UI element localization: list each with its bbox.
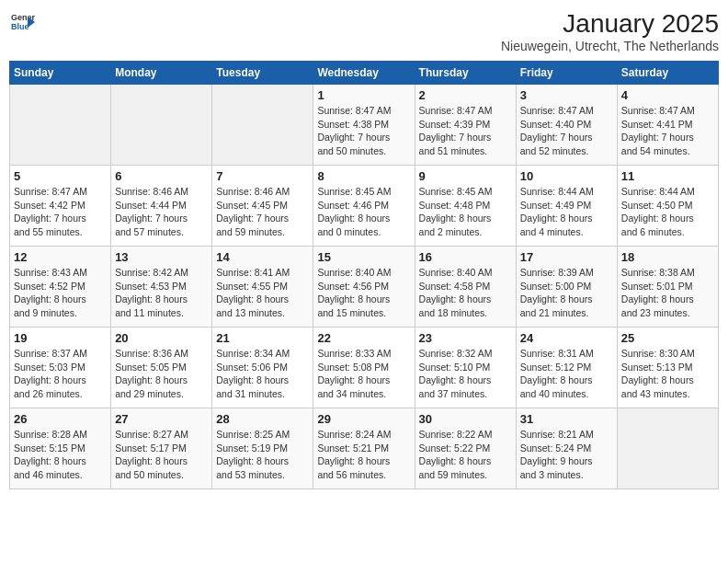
calendar-cell: 4Sunrise: 8:47 AM Sunset: 4:41 PM Daylig… (617, 85, 718, 166)
day-info: Sunrise: 8:28 AM Sunset: 5:15 PM Dayligh… (14, 428, 107, 482)
calendar-cell: 13Sunrise: 8:42 AM Sunset: 4:53 PM Dayli… (111, 247, 212, 327)
calendar-cell: 24Sunrise: 8:31 AM Sunset: 5:12 PM Dayli… (516, 327, 617, 408)
calendar-cell: 20Sunrise: 8:36 AM Sunset: 5:05 PM Dayli… (111, 327, 212, 408)
weekday-header: Wednesday (313, 62, 415, 85)
calendar-week-row: 1Sunrise: 8:47 AM Sunset: 4:38 PM Daylig… (10, 85, 719, 166)
weekday-header: Saturday (617, 62, 718, 85)
day-info: Sunrise: 8:36 AM Sunset: 5:05 PM Dayligh… (115, 347, 208, 401)
calendar-week-row: 19Sunrise: 8:37 AM Sunset: 5:03 PM Dayli… (10, 327, 719, 408)
day-number: 29 (317, 412, 410, 426)
day-number: 10 (520, 169, 613, 183)
day-info: Sunrise: 8:24 AM Sunset: 5:21 PM Dayligh… (317, 428, 410, 482)
calendar-cell: 29Sunrise: 8:24 AM Sunset: 5:21 PM Dayli… (313, 408, 415, 489)
day-number: 28 (216, 412, 309, 426)
day-info: Sunrise: 8:40 AM Sunset: 4:56 PM Dayligh… (317, 266, 410, 320)
calendar-cell: 16Sunrise: 8:40 AM Sunset: 4:58 PM Dayli… (415, 247, 516, 327)
calendar-cell: 9Sunrise: 8:45 AM Sunset: 4:48 PM Daylig… (415, 166, 516, 247)
title-block: January 2025 Nieuwegein, Utrecht, The Ne… (501, 9, 719, 53)
calendar-cell: 1Sunrise: 8:47 AM Sunset: 4:38 PM Daylig… (313, 85, 415, 166)
day-number: 11 (621, 169, 714, 183)
day-number: 23 (419, 331, 512, 345)
calendar-cell: 19Sunrise: 8:37 AM Sunset: 5:03 PM Dayli… (10, 327, 111, 408)
day-info: Sunrise: 8:47 AM Sunset: 4:40 PM Dayligh… (520, 104, 613, 158)
day-info: Sunrise: 8:32 AM Sunset: 5:10 PM Dayligh… (419, 347, 512, 401)
day-number: 1 (317, 88, 410, 102)
calendar-cell: 22Sunrise: 8:33 AM Sunset: 5:08 PM Dayli… (313, 327, 415, 408)
day-number: 12 (14, 250, 107, 264)
calendar-cell: 6Sunrise: 8:46 AM Sunset: 4:44 PM Daylig… (111, 166, 212, 247)
day-number: 26 (14, 412, 107, 426)
weekday-header: Tuesday (212, 62, 313, 85)
day-info: Sunrise: 8:42 AM Sunset: 4:53 PM Dayligh… (115, 266, 208, 320)
day-info: Sunrise: 8:30 AM Sunset: 5:13 PM Dayligh… (621, 347, 714, 401)
calendar-cell (111, 85, 212, 166)
day-number: 6 (115, 169, 208, 183)
day-info: Sunrise: 8:27 AM Sunset: 5:17 PM Dayligh… (115, 428, 208, 482)
calendar-cell: 12Sunrise: 8:43 AM Sunset: 4:52 PM Dayli… (10, 247, 111, 327)
day-number: 19 (14, 331, 107, 345)
day-number: 24 (520, 331, 613, 345)
svg-text:Blue: Blue (11, 22, 29, 31)
day-info: Sunrise: 8:45 AM Sunset: 4:48 PM Dayligh… (419, 185, 512, 239)
day-info: Sunrise: 8:44 AM Sunset: 4:50 PM Dayligh… (621, 185, 714, 239)
calendar-cell: 2Sunrise: 8:47 AM Sunset: 4:39 PM Daylig… (415, 85, 516, 166)
calendar-cell (617, 408, 718, 489)
day-number: 9 (419, 169, 512, 183)
calendar-cell: 14Sunrise: 8:41 AM Sunset: 4:55 PM Dayli… (212, 247, 313, 327)
day-number: 8 (317, 169, 410, 183)
day-number: 30 (419, 412, 512, 426)
day-number: 27 (115, 412, 208, 426)
page-header: General Blue January 2025 Nieuwegein, Ut… (9, 9, 719, 53)
calendar-cell: 15Sunrise: 8:40 AM Sunset: 4:56 PM Dayli… (313, 247, 415, 327)
calendar-cell: 8Sunrise: 8:45 AM Sunset: 4:46 PM Daylig… (313, 166, 415, 247)
calendar-table: SundayMondayTuesdayWednesdayThursdayFrid… (9, 61, 719, 489)
day-info: Sunrise: 8:21 AM Sunset: 5:24 PM Dayligh… (520, 428, 613, 482)
day-number: 7 (216, 169, 309, 183)
day-info: Sunrise: 8:39 AM Sunset: 5:00 PM Dayligh… (520, 266, 613, 320)
day-info: Sunrise: 8:47 AM Sunset: 4:42 PM Dayligh… (14, 185, 107, 239)
day-info: Sunrise: 8:40 AM Sunset: 4:58 PM Dayligh… (419, 266, 512, 320)
calendar-cell: 30Sunrise: 8:22 AM Sunset: 5:22 PM Dayli… (415, 408, 516, 489)
day-number: 17 (520, 250, 613, 264)
calendar-cell (10, 85, 111, 166)
day-number: 21 (216, 331, 309, 345)
day-info: Sunrise: 8:47 AM Sunset: 4:41 PM Dayligh… (621, 104, 714, 158)
calendar-cell: 17Sunrise: 8:39 AM Sunset: 5:00 PM Dayli… (516, 247, 617, 327)
day-info: Sunrise: 8:44 AM Sunset: 4:49 PM Dayligh… (520, 185, 613, 239)
calendar-cell: 26Sunrise: 8:28 AM Sunset: 5:15 PM Dayli… (10, 408, 111, 489)
day-number: 2 (419, 88, 512, 102)
weekday-header: Monday (111, 62, 212, 85)
day-info: Sunrise: 8:22 AM Sunset: 5:22 PM Dayligh… (419, 428, 512, 482)
calendar-cell: 21Sunrise: 8:34 AM Sunset: 5:06 PM Dayli… (212, 327, 313, 408)
day-number: 4 (621, 88, 714, 102)
logo-icon: General Blue (9, 9, 35, 35)
weekday-header: Thursday (415, 62, 516, 85)
day-number: 3 (520, 88, 613, 102)
day-number: 14 (216, 250, 309, 264)
day-info: Sunrise: 8:41 AM Sunset: 4:55 PM Dayligh… (216, 266, 309, 320)
day-info: Sunrise: 8:31 AM Sunset: 5:12 PM Dayligh… (520, 347, 613, 401)
day-info: Sunrise: 8:25 AM Sunset: 5:19 PM Dayligh… (216, 428, 309, 482)
day-number: 31 (520, 412, 613, 426)
day-info: Sunrise: 8:46 AM Sunset: 4:45 PM Dayligh… (216, 185, 309, 239)
page-subtitle: Nieuwegein, Utrecht, The Netherlands (501, 39, 719, 53)
day-info: Sunrise: 8:47 AM Sunset: 4:39 PM Dayligh… (419, 104, 512, 158)
day-number: 5 (14, 169, 107, 183)
logo: General Blue (9, 9, 37, 35)
day-number: 13 (115, 250, 208, 264)
calendar-cell: 3Sunrise: 8:47 AM Sunset: 4:40 PM Daylig… (516, 85, 617, 166)
calendar-cell: 5Sunrise: 8:47 AM Sunset: 4:42 PM Daylig… (10, 166, 111, 247)
day-info: Sunrise: 8:38 AM Sunset: 5:01 PM Dayligh… (621, 266, 714, 320)
weekday-header-row: SundayMondayTuesdayWednesdayThursdayFrid… (10, 62, 719, 85)
day-info: Sunrise: 8:46 AM Sunset: 4:44 PM Dayligh… (115, 185, 208, 239)
page-title: January 2025 (501, 9, 719, 39)
day-info: Sunrise: 8:33 AM Sunset: 5:08 PM Dayligh… (317, 347, 410, 401)
calendar-week-row: 5Sunrise: 8:47 AM Sunset: 4:42 PM Daylig… (10, 166, 719, 247)
calendar-cell: 18Sunrise: 8:38 AM Sunset: 5:01 PM Dayli… (617, 247, 718, 327)
calendar-cell: 11Sunrise: 8:44 AM Sunset: 4:50 PM Dayli… (617, 166, 718, 247)
day-info: Sunrise: 8:47 AM Sunset: 4:38 PM Dayligh… (317, 104, 410, 158)
calendar-week-row: 26Sunrise: 8:28 AM Sunset: 5:15 PM Dayli… (10, 408, 719, 489)
day-number: 20 (115, 331, 208, 345)
day-number: 25 (621, 331, 714, 345)
day-info: Sunrise: 8:45 AM Sunset: 4:46 PM Dayligh… (317, 185, 410, 239)
